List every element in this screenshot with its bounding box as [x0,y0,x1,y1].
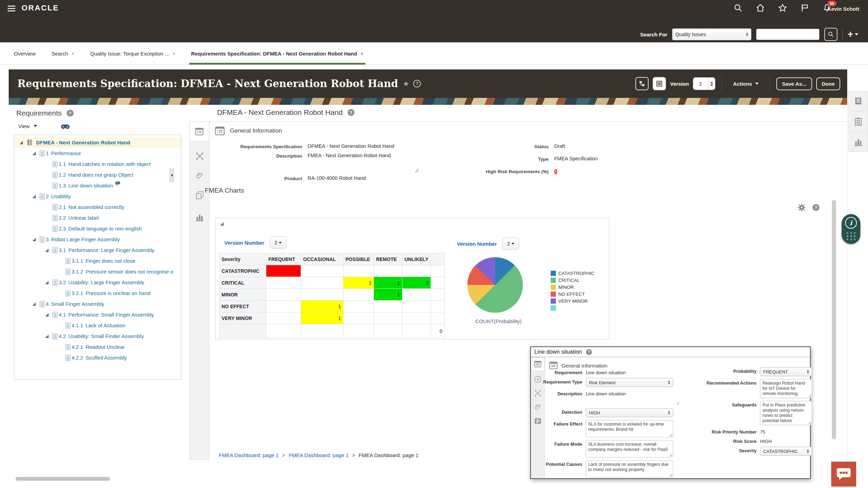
tree-item[interactable]: DFMEA - Next Generation Robot Hand [14,137,181,148]
favorite-star-icon[interactable]: ★ [403,79,409,88]
matrix-cell[interactable]: 1 [301,301,343,312]
tree-item[interactable]: 2Usability [14,191,181,202]
matrix-version-label[interactable]: Version Number [224,240,264,246]
search-submit-button[interactable] [824,28,837,41]
tree-item[interactable]: 4.1.1Lack of Actuation [14,320,181,331]
assistant-pill[interactable]: i [842,214,860,244]
dialog-textarea-potential-causes[interactable]: Lack of pressure on assembly fingers due… [586,460,673,478]
dialog-select-probability[interactable]: FREQUENT [760,367,812,376]
tree-item[interactable]: 3.2Usability: Large Finger Assembly [14,277,181,288]
tree-item[interactable]: 3.1.1Finger does not close [14,255,181,266]
breadcrumb-item[interactable]: FMEA Dashboard: page 1 [289,452,349,458]
find-binoculars-icon[interactable] [61,123,70,129]
matrix-cell[interactable]: 1 [374,289,402,301]
tree-item[interactable]: 4Small Finger Assembly [14,298,181,309]
tree-item[interactable]: 1.1Hand catches in rotation with object [14,159,181,169]
expand-toggle-icon[interactable] [45,334,49,338]
favorites-star-icon[interactable] [778,3,787,12]
search-category-select[interactable]: Quality Issues [672,28,751,40]
expand-toggle-icon[interactable] [19,141,23,145]
tab-close-icon[interactable]: × [360,51,363,56]
tab-requirements-specification-dfmea-next-ge[interactable]: Requirements Specification: DFMEA - Next… [191,42,363,65]
dialog-select-severity[interactable]: CATASTROPHIC [760,447,812,456]
reports-chart-icon[interactable] [848,132,868,152]
chart-settings-gear-icon[interactable] [797,203,806,212]
probability-pie-chart[interactable] [467,257,523,313]
tree-item[interactable]: 4.2Usability: Small Finder Assembly [14,331,181,342]
tree-item[interactable]: 4.1Performance: Small Finger Assembly [14,309,181,320]
tree-item[interactable]: 1.2Hand does not grasp Object [14,169,181,180]
matrix-cell[interactable]: 1 [374,277,402,289]
matrix-version-select[interactable]: 2 [270,236,286,249]
actions-menu-button[interactable]: Actions [728,78,763,90]
help-icon[interactable]: ? [413,80,421,87]
tree-item[interactable]: 2.3Default language to non-english [14,223,181,234]
hamburger-menu-icon[interactable] [8,4,15,13]
tab-close-icon[interactable]: × [173,51,175,56]
breadcrumb-item[interactable]: FMEA Dashboard: page 1 [219,452,279,458]
resize-handle-icon[interactable] [414,168,419,173]
info-icon[interactable]: i [845,217,857,229]
tree-item[interactable]: 2.2Unlcear label [14,212,181,223]
dialog-textarea-recommended-actions[interactable]: Redesign Robot Hand for IoT Device for r… [760,379,812,398]
tasks-clipboard-icon[interactable] [848,111,868,132]
hierarchy-view-button[interactable] [635,77,649,90]
collapse-region-icon[interactable] [220,222,224,226]
done-button[interactable]: Done [816,77,841,90]
chart-help-icon[interactable]: ? [812,204,819,211]
doc-help-icon[interactable]: ? [348,109,354,116]
tab-quality-issue-torque-exception-[interactable]: Quality Issue: Torque Exception ...× [90,42,175,65]
global-search-icon[interactable] [734,3,743,12]
tree-item[interactable]: 4.2.1Readout Unclear [14,342,181,352]
matrix-cell[interactable]: 1 [266,265,301,277]
apps-grid-icon[interactable] [846,232,856,240]
expand-toggle-icon[interactable] [45,280,49,285]
tab-search[interactable]: Search× [52,42,74,65]
tree-item[interactable]: 3Robot Large Finger Assembly [14,234,181,245]
expand-toggle-icon[interactable] [45,313,49,317]
announcements-flag-icon[interactable] [800,3,809,12]
attachments-paperclip-icon[interactable] [190,171,210,180]
panel-collapse-handle[interactable] [169,169,174,182]
expand-toggle-icon[interactable] [32,151,36,155]
expand-toggle-icon[interactable] [32,302,36,306]
create-new-button[interactable]: + [848,31,858,38]
chat-button[interactable] [831,462,856,487]
pie-version-label[interactable]: Version Number [457,241,497,247]
tree-horizontal-scrollbar[interactable] [16,477,110,481]
tree-item[interactable]: 3.1Performance: Large Finger Assembly [14,245,181,255]
dialog-select-detection[interactable]: HIGH [586,408,673,417]
user-name[interactable]: Kevin Schott [827,6,859,12]
view-menu-button[interactable]: View [18,123,30,129]
charts-icon[interactable] [190,213,210,222]
dialog-textarea-safeguards[interactable]: Put in Place predictive analysis using n… [760,401,812,425]
dialog-textarea-failure-mode[interactable]: SLA business cost increase; overall comp… [586,440,673,457]
expand-toggle-icon[interactable] [45,248,49,252]
expand-toggle-icon[interactable] [32,237,36,242]
tree-item[interactable]: 2.1Not assembled correctly [14,202,181,212]
view-menu-caret-icon[interactable] [34,125,37,127]
tree-item[interactable]: 1Performance [14,148,181,159]
page-notes-icon[interactable] [848,91,868,111]
list-view-button[interactable] [653,77,666,90]
requirements-help-icon[interactable]: ? [67,110,74,117]
field-value[interactable]: 0 [549,168,557,175]
tree-item[interactable]: 3.2.1Pressure is unclear on hand [14,288,181,298]
tree-item[interactable]: 4.2.2Scuffed Assembly [14,352,181,363]
tab-overview[interactable]: Overview [14,42,36,65]
matrix-cell[interactable]: 1 [343,277,374,289]
matrix-cell[interactable]: 2 [402,277,431,289]
dialog-select-requirement-type[interactable]: Risk Element [586,378,673,387]
general-info-tab-icon[interactable] [189,121,209,142]
tree-item[interactable]: 1.3Line down situation [14,180,181,191]
search-input[interactable] [756,29,819,40]
home-icon[interactable] [756,3,765,12]
expand-toggle-icon[interactable] [32,194,36,199]
dialog-textarea-failure-effect[interactable]: SLA for customer is violated for up-time… [586,420,673,437]
vertical-scrollbar[interactable] [832,200,836,439]
relationships-icon[interactable] [190,152,210,161]
matrix-cell[interactable]: 1 [301,312,343,324]
pie-version-select[interactable]: 2 [502,237,519,250]
save-as-button[interactable]: Save As... [776,77,812,90]
version-stepper[interactable]: 2 [693,77,715,90]
